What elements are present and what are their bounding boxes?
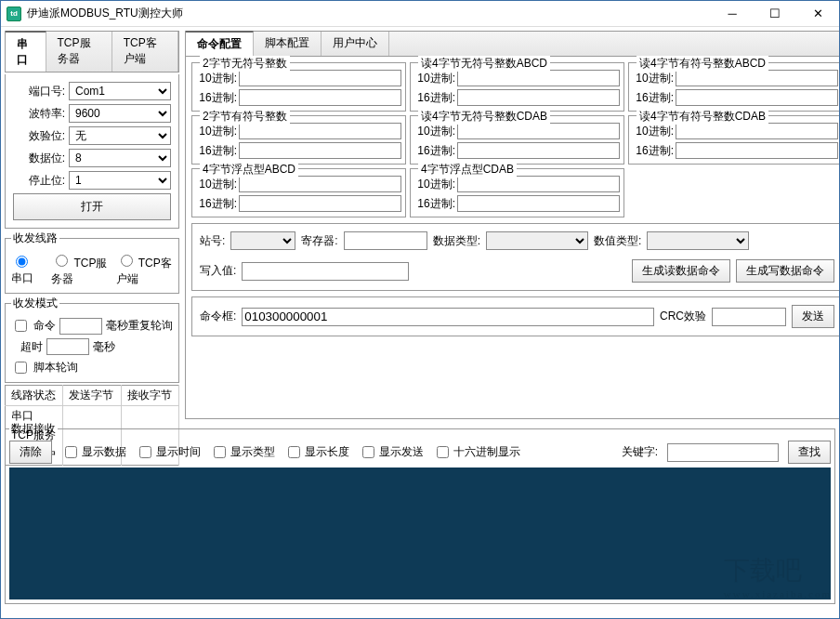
script-check-label: 脚本轮询: [33, 360, 78, 375]
route-serial[interactable]: 串口: [11, 253, 44, 286]
conv-hex-label: 16进制:: [196, 196, 237, 212]
conv-hex-input[interactable]: [457, 195, 620, 212]
gen-write-button[interactable]: 生成写数据命令: [736, 259, 834, 283]
crc-input[interactable]: [712, 308, 786, 326]
clear-button[interactable]: 清除: [9, 441, 52, 464]
cmd-config-panel: 2字节无符号整数10进制:16进制:读4字节无符号整数ABCD10进制:16进制…: [185, 57, 839, 419]
register-input[interactable]: [344, 231, 427, 250]
conv-dec-input[interactable]: [676, 123, 838, 139]
opt-show-data[interactable]: 显示数据: [61, 443, 126, 461]
script-checkbox[interactable]: [15, 362, 27, 374]
conv-hex-input[interactable]: [457, 142, 620, 159]
conv-title: 2字节无符号整数: [200, 56, 290, 72]
tab-tcp-server[interactable]: TCP服务器: [46, 32, 112, 72]
station-label: 站号:: [200, 233, 225, 249]
cmd-checkbox[interactable]: [15, 320, 27, 332]
conv-dec-label: 10进制:: [196, 177, 237, 192]
conv-dec-label: 10进制:: [414, 177, 455, 192]
tab-cmd-config[interactable]: 命令配置: [186, 31, 254, 56]
open-button[interactable]: 打开: [13, 193, 171, 220]
stopbits-label: 停止位:: [13, 173, 65, 189]
databits-select[interactable]: 8: [69, 149, 171, 167]
baud-select[interactable]: 9600: [69, 104, 171, 123]
opt-show-time[interactable]: 显示时间: [136, 443, 201, 461]
timeout-label: 超时: [11, 339, 43, 355]
conv-dec-input[interactable]: [457, 70, 620, 86]
conv-box-3: 2字节有符号整数10进制:16进制:: [191, 115, 406, 165]
search-button[interactable]: 查找: [788, 441, 831, 464]
cmdframe-input[interactable]: [242, 308, 654, 326]
conv-dec-input[interactable]: [676, 70, 838, 86]
window-title: 伊迪派MODBUS_RTU测控大师: [27, 6, 711, 21]
gen-read-button[interactable]: 生成读数据命令: [632, 259, 730, 283]
maximize-button[interactable]: ☐: [754, 1, 796, 27]
conv-hex-input[interactable]: [676, 142, 838, 159]
right-tabstrip: 命令配置 脚本配置 用户中心: [185, 31, 839, 57]
conv-title: 读4字节有符号整数CDAB: [637, 109, 768, 125]
cmdframe-label: 命令框:: [200, 309, 236, 324]
station-select[interactable]: [230, 231, 295, 250]
route-fieldset: 收发线路 串口 TCP服务器 TCP客户端: [5, 230, 179, 294]
stopbits-select[interactable]: 1: [69, 171, 171, 190]
conv-hex-label: 16进制:: [196, 90, 237, 106]
conv-hex-label: 16进制:: [414, 90, 455, 106]
conv-hex-input[interactable]: [239, 195, 401, 212]
conv-hex-label: 16进制:: [633, 143, 674, 159]
minimize-button[interactable]: ─: [711, 1, 754, 27]
cmd-box: 命令框: CRC效验 发送: [191, 296, 839, 336]
stats-h0: 线路状态: [6, 386, 63, 406]
valuetype-select[interactable]: [647, 231, 749, 250]
conv-box-5: 读4字节有符号整数CDAB10进制:16进制:: [628, 115, 839, 165]
timeout-input[interactable]: [46, 338, 89, 355]
opt-show-send[interactable]: 显示发送: [359, 443, 424, 461]
parity-select[interactable]: 无: [69, 126, 171, 145]
conv-title: 读4字节无符号整数ABCD: [418, 56, 550, 72]
writevalue-input[interactable]: [242, 262, 409, 281]
conv-dec-label: 10进制:: [196, 124, 237, 139]
conv-dec-input[interactable]: [457, 176, 620, 192]
conv-dec-input[interactable]: [239, 176, 401, 192]
conv-dec-label: 10进制:: [633, 124, 674, 139]
conv-hex-input[interactable]: [239, 89, 401, 106]
conv-hex-label: 16进制:: [633, 90, 674, 106]
opt-hex[interactable]: 十六进制显示: [433, 443, 520, 461]
tab-serial[interactable]: 串口: [6, 31, 46, 72]
send-button[interactable]: 发送: [792, 305, 834, 328]
close-button[interactable]: ✕: [796, 1, 839, 27]
port-select[interactable]: Com1: [69, 82, 171, 100]
register-label: 寄存器:: [301, 233, 337, 249]
conv-dec-input[interactable]: [239, 70, 401, 86]
tab-tcp-client[interactable]: TCP客户端: [112, 32, 178, 72]
poll-unit: 毫秒重复轮询: [106, 318, 173, 334]
conv-hex-input[interactable]: [676, 89, 838, 106]
tab-user-center[interactable]: 用户中心: [322, 32, 389, 56]
left-tabstrip: 串口 TCP服务器 TCP客户端: [5, 31, 179, 72]
recv-fieldset: 数据接收 清除 显示数据 显示时间 显示类型 显示长度 显示发送 十六进制显示 …: [5, 421, 835, 604]
log-area[interactable]: [9, 468, 831, 599]
conv-dec-input[interactable]: [239, 123, 401, 139]
poll-interval-input[interactable]: [59, 318, 102, 335]
conv-hex-label: 16进制:: [196, 143, 237, 159]
conv-dec-input[interactable]: [457, 123, 620, 139]
stats-h2: 接收字节: [121, 386, 178, 406]
route-tcp-client[interactable]: TCP客户端: [116, 252, 173, 287]
conv-hex-input[interactable]: [457, 89, 620, 106]
conv-title: 4字节浮点型ABCD: [200, 162, 298, 178]
stats-h1: 发送字节: [63, 386, 121, 406]
tab-script-config[interactable]: 脚本配置: [254, 32, 322, 56]
opt-show-len[interactable]: 显示长度: [284, 443, 349, 461]
databits-label: 数据位:: [13, 151, 65, 166]
recv-legend: 数据接收: [9, 421, 58, 437]
route-tcp-server[interactable]: TCP服务器: [51, 252, 108, 287]
keyword-input[interactable]: [667, 443, 779, 462]
conv-title: 读4字节无符号整数CDAB: [418, 109, 550, 125]
datatype-select[interactable]: [486, 231, 588, 250]
conv-title: 4字节浮点型CDAB: [418, 162, 517, 178]
opt-show-type[interactable]: 显示类型: [210, 443, 275, 461]
conv-hex-input[interactable]: [239, 142, 401, 159]
builder-box: 站号: 寄存器: 数据类型: 数值类型: 写入值: 生成读数据命令: [191, 223, 839, 291]
app-icon: td: [7, 7, 21, 21]
conv-dec-label: 10进制:: [414, 124, 455, 139]
keyword-label: 关键字:: [622, 444, 658, 460]
writevalue-label: 写入值:: [200, 263, 236, 279]
